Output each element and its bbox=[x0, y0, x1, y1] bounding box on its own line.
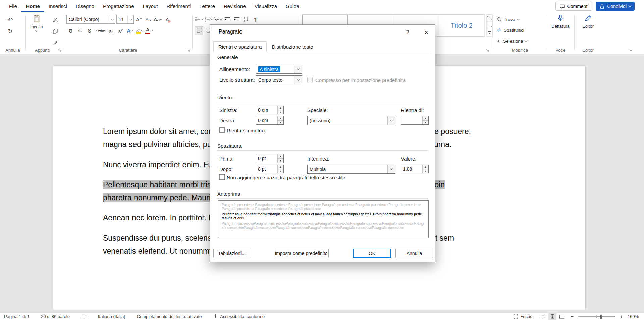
spinner-down-icon[interactable]: ▼ bbox=[278, 169, 283, 173]
decrease-indent-button[interactable] bbox=[223, 15, 231, 23]
prima-spinner[interactable]: 0 pt ▲▼ bbox=[256, 154, 284, 163]
grow-font-button[interactable]: A▲ bbox=[135, 15, 143, 24]
rientri-simmetrici-checkbox[interactable] bbox=[219, 127, 225, 133]
non-aggiungere-spazio-checkbox[interactable] bbox=[219, 174, 225, 180]
zoom-out-button[interactable]: − bbox=[571, 314, 574, 320]
tabulazioni-button[interactable]: Tabulazioni... bbox=[213, 249, 250, 258]
highlight-color-button[interactable] bbox=[135, 26, 144, 35]
spinner-up-icon[interactable]: ▲ bbox=[278, 106, 283, 110]
format-painter-button[interactable] bbox=[51, 38, 59, 46]
gallery-more-button[interactable] bbox=[487, 29, 492, 36]
chevron-down-icon[interactable] bbox=[94, 29, 97, 31]
spinner-down-icon[interactable]: ▼ bbox=[423, 169, 428, 173]
focus-mode-button[interactable]: Focus bbox=[513, 314, 532, 319]
style-tile-titolo2[interactable]: Titolo 2 bbox=[439, 15, 485, 36]
carattere-dialog-launcher[interactable] bbox=[186, 48, 191, 52]
chevron-down-icon[interactable] bbox=[294, 65, 302, 73]
strikethrough-button[interactable]: abc bbox=[98, 26, 106, 35]
destra-spinner[interactable]: 0 cm ▲▼ bbox=[256, 116, 284, 125]
multilevel-list-button[interactable] bbox=[214, 15, 222, 23]
sinistra-spinner[interactable]: 0 cm ▲▼ bbox=[256, 106, 284, 114]
gallery-down-button[interactable] bbox=[487, 22, 492, 29]
clear-formatting-button[interactable]: A bbox=[163, 15, 171, 24]
zoom-slider-thumb[interactable] bbox=[600, 315, 602, 319]
show-formatting-marks-button[interactable]: ¶ bbox=[251, 15, 260, 23]
text-effects-button[interactable]: A bbox=[126, 26, 134, 35]
language-indicator[interactable]: Italiano (Italia) bbox=[98, 314, 125, 319]
stili-dialog-launcher[interactable] bbox=[485, 48, 490, 52]
sort-button[interactable]: AZ bbox=[242, 15, 250, 23]
ok-button[interactable]: OK bbox=[353, 249, 391, 258]
undo-button[interactable]: ↶ bbox=[6, 16, 14, 24]
font-name-combobox[interactable]: Calibri (Corpo) bbox=[66, 15, 115, 24]
collapse-ribbon-button[interactable] bbox=[630, 46, 632, 52]
text-completion-indicator[interactable]: Completamento del testo: attivato bbox=[137, 314, 202, 319]
font-size-combobox[interactable]: 11 bbox=[116, 15, 134, 24]
menu-visualizza[interactable]: Visualizza bbox=[250, 0, 281, 12]
accessibility-indicator[interactable]: Accessibilità: conforme bbox=[213, 314, 265, 319]
numbered-list-button[interactable]: 123 bbox=[204, 15, 213, 23]
valore-spinner[interactable]: 1,08 ▲▼ bbox=[401, 165, 429, 173]
word-count[interactable]: 20 di 86 parole bbox=[41, 314, 70, 319]
align-left-button[interactable] bbox=[195, 26, 203, 35]
zoom-slider[interactable] bbox=[578, 313, 615, 320]
menu-home[interactable]: Home bbox=[21, 0, 44, 12]
bold-button[interactable]: G bbox=[66, 26, 75, 35]
dictate-button[interactable]: Dettatura bbox=[549, 14, 572, 29]
superscript-button[interactable]: x² bbox=[116, 26, 125, 35]
change-case-button[interactable]: Aa bbox=[154, 15, 162, 24]
menu-progettazione[interactable]: Progettazione bbox=[99, 0, 139, 12]
replace-button[interactable]: Sostituisci bbox=[496, 26, 524, 35]
print-layout-button[interactable] bbox=[548, 313, 556, 320]
bullet-list-button[interactable] bbox=[195, 15, 203, 23]
menu-layout[interactable]: Layout bbox=[139, 0, 162, 12]
spinner-up-icon[interactable]: ▲ bbox=[278, 165, 283, 169]
gallery-up-button[interactable] bbox=[487, 15, 492, 22]
chevron-down-icon[interactable] bbox=[387, 116, 395, 125]
chevron-down-icon[interactable] bbox=[387, 165, 395, 173]
dialog-help-button[interactable]: ? bbox=[401, 27, 414, 38]
italic-button[interactable]: C bbox=[76, 26, 84, 35]
share-button[interactable]: Condividi bbox=[596, 2, 635, 11]
select-button[interactable]: Seleziona bbox=[496, 37, 527, 45]
menu-disegno[interactable]: Disegno bbox=[71, 0, 99, 12]
underline-button[interactable]: S bbox=[85, 26, 94, 35]
find-button[interactable]: Trova bbox=[496, 15, 519, 24]
spinner-up-icon[interactable]: ▲ bbox=[278, 116, 283, 121]
menu-lettere[interactable]: Lettere bbox=[195, 0, 219, 12]
shrink-font-button[interactable]: A▼ bbox=[144, 15, 153, 24]
menu-inserisci[interactable]: Inserisci bbox=[44, 0, 71, 12]
zoom-level[interactable]: 160% bbox=[628, 314, 639, 319]
menu-file[interactable]: File bbox=[5, 0, 21, 12]
proofing-status[interactable] bbox=[81, 314, 87, 319]
annulla-button[interactable]: Annulla bbox=[395, 249, 433, 258]
dialog-close-button[interactable]: × bbox=[420, 27, 432, 38]
zoom-in-button[interactable]: + bbox=[620, 314, 623, 319]
chevron-down-icon[interactable] bbox=[294, 76, 302, 84]
appunti-dialog-launcher[interactable] bbox=[58, 48, 62, 52]
spinner-down-icon[interactable]: ▼ bbox=[278, 110, 283, 114]
page-indicator[interactable]: Pagina 1 di 1 bbox=[4, 314, 30, 319]
copy-button[interactable] bbox=[51, 27, 59, 35]
redo-button[interactable]: ↻ bbox=[6, 27, 14, 36]
spinner-up-icon[interactable]: ▲ bbox=[423, 116, 428, 121]
menu-riferimenti[interactable]: Riferimenti bbox=[162, 0, 195, 12]
allineamento-combobox[interactable]: A sinistra bbox=[256, 65, 302, 74]
cut-button[interactable] bbox=[51, 16, 59, 24]
dopo-spinner[interactable]: 8 pt ▲▼ bbox=[256, 165, 284, 173]
paste-button[interactable]: Incolla bbox=[30, 14, 43, 32]
tab-rientri-e-spaziatura[interactable]: Rientri e spaziatura bbox=[213, 41, 267, 52]
speciale-combobox[interactable]: (nessuno) bbox=[307, 116, 395, 125]
increase-indent-button[interactable] bbox=[232, 15, 241, 23]
spinner-down-icon[interactable]: ▼ bbox=[423, 121, 428, 125]
spinner-up-icon[interactable]: ▲ bbox=[423, 165, 428, 169]
interlinea-combobox[interactable]: Multipla bbox=[307, 165, 395, 174]
web-layout-button[interactable] bbox=[558, 313, 566, 320]
menu-revisione[interactable]: Revisione bbox=[219, 0, 250, 12]
read-mode-button[interactable] bbox=[539, 313, 547, 320]
subscript-button[interactable]: x₂ bbox=[107, 26, 115, 35]
rientra-di-spinner[interactable]: ▲▼ bbox=[401, 116, 429, 125]
comments-button[interactable]: Commenti bbox=[555, 2, 593, 11]
livello-struttura-combobox[interactable]: Corpo testo bbox=[256, 75, 302, 84]
font-color-button[interactable]: A bbox=[145, 26, 153, 35]
